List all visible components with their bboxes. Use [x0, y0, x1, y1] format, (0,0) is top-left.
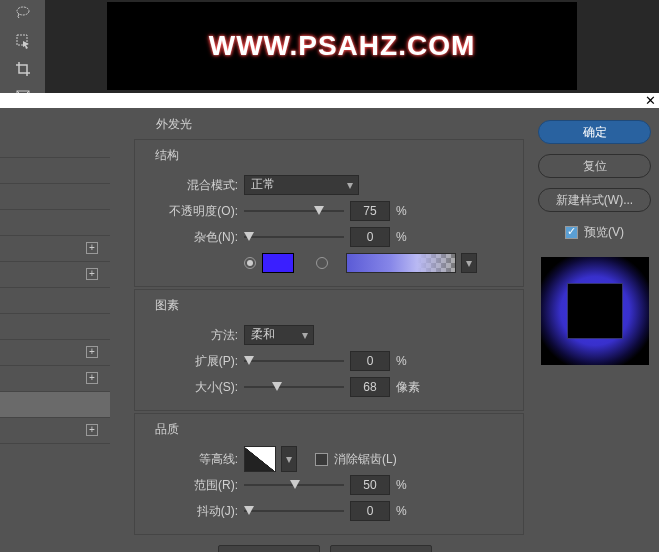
jitter-slider[interactable]: [244, 503, 344, 519]
preview-shape: [567, 283, 623, 339]
noise-label: 杂色(N):: [143, 229, 238, 246]
style-list-item[interactable]: [0, 288, 110, 314]
opacity-unit: %: [396, 204, 426, 218]
range-label: 范围(R):: [143, 477, 238, 494]
canvas-area: WWW.PSAHZ.COM: [45, 0, 659, 93]
size-input[interactable]: [350, 377, 390, 397]
layer-style-dialog: + + + + + 外发光 结构 混合模式: 正常 不透明度(O): % 杂色(…: [0, 108, 659, 552]
plus-icon[interactable]: +: [86, 424, 98, 436]
range-input[interactable]: [350, 475, 390, 495]
close-icon[interactable]: ✕: [645, 93, 656, 108]
preview-label: 预览(V): [584, 224, 624, 241]
noise-unit: %: [396, 230, 426, 244]
style-list-item[interactable]: [0, 132, 110, 158]
toolbar: [0, 0, 45, 93]
jitter-input[interactable]: [350, 501, 390, 521]
contour-dropdown-icon[interactable]: ▾: [281, 446, 297, 472]
antialias-label: 消除锯齿(L): [334, 451, 397, 468]
antialias-checkbox[interactable]: [315, 453, 328, 466]
dialog-titlebar: ✕: [0, 93, 659, 108]
preview-box: [541, 257, 649, 365]
style-list-item[interactable]: [0, 210, 110, 236]
quick-select-tool-icon[interactable]: [12, 32, 34, 50]
spread-label: 扩展(P):: [143, 353, 238, 370]
reset-button[interactable]: 复位: [538, 154, 651, 178]
quality-legend: 品质: [151, 421, 183, 438]
plus-icon[interactable]: +: [86, 346, 98, 358]
blend-mode-label: 混合模式:: [143, 177, 238, 194]
size-unit: 像素: [396, 379, 426, 396]
ok-button[interactable]: 确定: [538, 120, 651, 144]
structure-legend: 结构: [151, 147, 183, 164]
opacity-input[interactable]: [350, 201, 390, 221]
range-unit: %: [396, 478, 426, 492]
noise-slider[interactable]: [244, 229, 344, 245]
watermark-text: WWW.PSAHZ.COM: [209, 30, 476, 62]
technique-select[interactable]: 柔和: [244, 325, 314, 345]
structure-fieldset: 结构 混合模式: 正常 不透明度(O): % 杂色(N): %: [134, 139, 524, 287]
contour-label: 等高线:: [143, 451, 238, 468]
style-list-item[interactable]: [0, 158, 110, 184]
style-list-item-selected[interactable]: [0, 392, 110, 418]
plus-icon[interactable]: +: [86, 242, 98, 254]
canvas: WWW.PSAHZ.COM: [107, 2, 577, 90]
lasso-tool-icon[interactable]: [12, 4, 34, 22]
style-list-item[interactable]: [0, 314, 110, 340]
svg-point-0: [17, 7, 29, 15]
gradient-radio[interactable]: [316, 257, 328, 269]
elements-legend: 图素: [151, 297, 183, 314]
reset-default-button[interactable]: 复位为默认值: [330, 545, 432, 552]
jitter-label: 抖动(J):: [143, 503, 238, 520]
new-style-button[interactable]: 新建样式(W)...: [538, 188, 651, 212]
color-radio[interactable]: [244, 257, 256, 269]
style-list: + + + + +: [0, 108, 110, 552]
blend-mode-select[interactable]: 正常: [244, 175, 359, 195]
contour-swatch[interactable]: [244, 446, 276, 472]
gradient-swatch[interactable]: [346, 253, 456, 273]
crop-tool-icon[interactable]: [12, 60, 34, 78]
make-default-button[interactable]: 设置为默认值: [218, 545, 320, 552]
preview-checkbox[interactable]: [565, 226, 578, 239]
size-label: 大小(S):: [143, 379, 238, 396]
style-list-item[interactable]: +: [0, 262, 110, 288]
gradient-dropdown-icon[interactable]: ▾: [461, 253, 477, 273]
style-list-item[interactable]: +: [0, 340, 110, 366]
spread-slider[interactable]: [244, 353, 344, 369]
style-list-item[interactable]: [0, 184, 110, 210]
quality-fieldset: 品质 等高线: ▾ 消除锯齿(L) 范围(R): % 抖动(J): %: [134, 413, 524, 535]
range-slider[interactable]: [244, 477, 344, 493]
jitter-unit: %: [396, 504, 426, 518]
dialog-title: 外发光: [156, 116, 530, 133]
style-list-item[interactable]: +: [0, 236, 110, 262]
style-list-item[interactable]: +: [0, 418, 110, 444]
style-list-item[interactable]: +: [0, 366, 110, 392]
color-swatch[interactable]: [262, 253, 294, 273]
settings-panel: 外发光 结构 混合模式: 正常 不透明度(O): % 杂色(N): %: [110, 108, 530, 552]
opacity-label: 不透明度(O):: [143, 203, 238, 220]
technique-label: 方法:: [143, 327, 238, 344]
spread-unit: %: [396, 354, 426, 368]
right-panel: 确定 复位 新建样式(W)... 预览(V): [530, 108, 659, 552]
plus-icon[interactable]: +: [86, 372, 98, 384]
opacity-slider[interactable]: [244, 203, 344, 219]
spread-input[interactable]: [350, 351, 390, 371]
size-slider[interactable]: [244, 379, 344, 395]
plus-icon[interactable]: +: [86, 268, 98, 280]
elements-fieldset: 图素 方法: 柔和 扩展(P): % 大小(S): 像素: [134, 289, 524, 411]
noise-input[interactable]: [350, 227, 390, 247]
